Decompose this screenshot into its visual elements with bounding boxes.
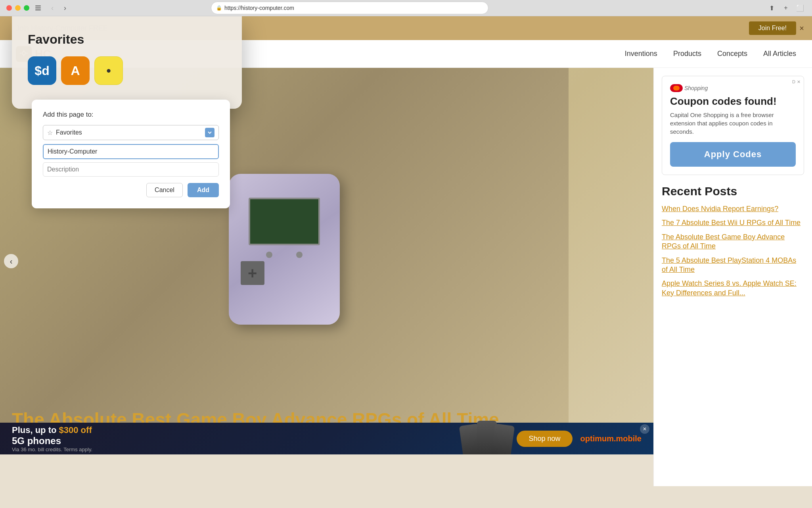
recent-post-link-1[interactable]: The 7 Absolute Best Wii U RPGs of All Ti… xyxy=(662,218,804,227)
ad-badge-d: D xyxy=(792,79,795,85)
ad-badge: D ✕ xyxy=(792,79,801,85)
nav-link-products[interactable]: Products xyxy=(673,50,701,58)
url-text: https://history-computer.com xyxy=(224,5,294,11)
nav-link-inventions[interactable]: Inventions xyxy=(625,50,657,58)
hero-background xyxy=(0,68,569,454)
tab-bar: ‹ › 🔒 https://history-computer.com ⬆ + ⬜ xyxy=(0,0,812,16)
gba-screen xyxy=(249,198,320,245)
capital-one-logo: Shopping xyxy=(670,84,796,92)
site-logo[interactable]: HC xyxy=(16,46,51,62)
optimum-logo: optimum.mobile xyxy=(580,434,642,443)
ad-phones xyxy=(461,421,509,454)
browser-chrome: ‹ › 🔒 https://history-computer.com ⬆ + ⬜ xyxy=(0,0,812,16)
content-area: ‹ The Absolute Best Game Boy Advance RPG… xyxy=(0,68,812,486)
join-free-button[interactable]: Join Free! xyxy=(749,21,796,35)
maximize-window-btn[interactable] xyxy=(24,5,29,11)
svg-point-3 xyxy=(22,52,25,55)
ad-text-area: Plus, up to $300 off 5G phones Via 36 mo… xyxy=(12,425,453,452)
nav-link-all-articles[interactable]: All Articles xyxy=(763,50,796,58)
right-sidebar: D ✕ Shopping Coupon codes found! Capital… xyxy=(653,68,812,486)
top-banner: Join History-Computer FREE Join Free! × xyxy=(0,16,812,40)
sidebar-toggle-btn[interactable] xyxy=(33,2,44,13)
back-btn[interactable]: ‹ xyxy=(47,2,58,13)
ad-savings: $300 off xyxy=(59,425,92,435)
tab-overview-btn[interactable]: ⬜ xyxy=(795,2,806,13)
ad-fine-print: Via 36 mo. bill credits. Terms apply. xyxy=(12,446,453,452)
forward-btn[interactable]: › xyxy=(59,2,71,13)
toolbar-right: ⬆ + ⬜ xyxy=(766,2,806,13)
site-wrapper: Join History-Computer FREE Join Free! × … xyxy=(0,16,812,486)
site-nav: HC Inventions Products Concepts All Arti… xyxy=(0,40,812,68)
close-banner-button[interactable]: × xyxy=(799,24,804,33)
ad-widget: D ✕ Shopping Coupon codes found! Capital… xyxy=(662,76,804,175)
recent-post-link-2[interactable]: The Absolute Best Game Boy Advance RPGs … xyxy=(662,233,804,251)
shop-now-button[interactable]: Shop now xyxy=(517,431,572,447)
recent-post-link-4[interactable]: Apple Watch Series 8 vs. Apple Watch SE:… xyxy=(662,279,804,298)
recent-post-link-0[interactable]: When Does Nvidia Report Earnings? xyxy=(662,204,804,214)
gba-dpad xyxy=(241,261,264,285)
capital-one-shopping-text: Shopping xyxy=(684,85,708,91)
share-btn[interactable]: ⬆ xyxy=(766,2,777,13)
nav-links: Inventions Products Concepts All Article… xyxy=(625,50,796,58)
ad-subline: 5G phones xyxy=(12,435,453,446)
optimum-brand: optimum xyxy=(580,434,614,443)
ad-badge-x: ✕ xyxy=(797,79,801,85)
optimum-suffix: .mobile xyxy=(614,434,642,443)
carousel-prev-button[interactable]: ‹ xyxy=(4,254,18,268)
capital-one-icon xyxy=(670,84,683,92)
svg-rect-2 xyxy=(35,10,41,10)
logo-icon xyxy=(16,46,32,62)
recent-post-link-3[interactable]: The 5 Absolute Best PlayStation 4 MOBAs … xyxy=(662,256,804,275)
nav-link-concepts[interactable]: Concepts xyxy=(717,50,747,58)
recent-posts-title: Recent Posts xyxy=(662,185,804,198)
close-window-btn[interactable] xyxy=(6,5,12,11)
logo-text: HC xyxy=(35,48,51,60)
coupon-description: Capital One Shopping is a free browser e… xyxy=(670,111,796,136)
bottom-ad-banner: ✕ Plus, up to $300 off 5G phones Via 36 … xyxy=(0,423,653,454)
svg-rect-0 xyxy=(35,6,41,6)
ad-dismiss-button[interactable]: ✕ xyxy=(640,424,649,434)
window-controls xyxy=(6,5,29,11)
lock-icon: 🔒 xyxy=(216,5,222,11)
minimize-window-btn[interactable] xyxy=(15,5,21,11)
new-tab-btn[interactable]: + xyxy=(780,2,791,13)
banner-text: Join History-Computer FREE xyxy=(16,24,108,33)
nav-arrows: ‹ › xyxy=(47,2,71,13)
apply-codes-button[interactable]: Apply Codes xyxy=(670,142,796,167)
svg-rect-1 xyxy=(35,8,41,8)
url-bar[interactable]: 🔒 https://history-computer.com xyxy=(211,2,488,14)
gba-device-image xyxy=(229,174,340,325)
recent-posts-section: Recent Posts When Does Nvidia Report Ear… xyxy=(662,185,804,310)
ad-main-text: Plus, up to $300 off xyxy=(12,425,453,435)
coupon-headline: Coupon codes found! xyxy=(670,95,796,108)
